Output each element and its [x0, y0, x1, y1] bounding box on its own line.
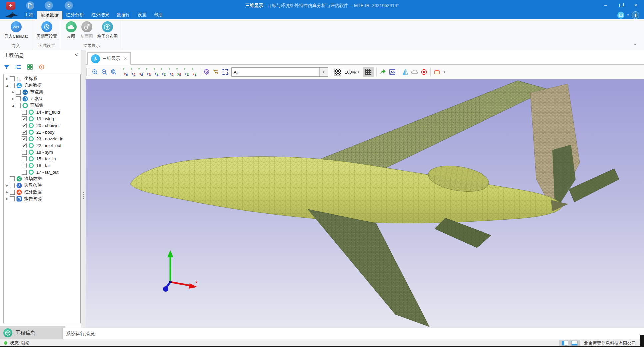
app-plane-badge[interactable]: ✈	[6, 2, 15, 10]
tree-checkbox[interactable]	[16, 90, 21, 95]
view-left-icon[interactable]: yxz	[137, 67, 145, 77]
tree-expander-icon[interactable]: ▶	[11, 97, 15, 100]
mirror-icon[interactable]	[401, 67, 410, 77]
filter-triangle-icon[interactable]	[3, 64, 10, 70]
menu-item-3[interactable]: 红外分析	[62, 11, 88, 19]
tree-expander-icon[interactable]: ◢	[5, 84, 9, 87]
tree-item-16-far[interactable]: 16 - far	[4, 162, 80, 169]
tree-checkbox[interactable]	[22, 163, 27, 168]
menu-item-5[interactable]: 数据库	[113, 11, 134, 19]
close-button[interactable]: ✕	[630, 0, 641, 11]
tree-checkbox[interactable]	[10, 76, 15, 81]
panel-left-icon[interactable]	[562, 341, 568, 346]
view-back-icon[interactable]: yzx	[130, 67, 137, 77]
tree-checkbox[interactable]	[22, 170, 27, 175]
undo-icon[interactable]: ↺	[45, 1, 53, 10]
tree-item--[interactable]: ◢几何数据	[4, 82, 80, 89]
grid-green-icon[interactable]	[27, 64, 33, 70]
combo-dropdown-icon[interactable]: ▼	[319, 68, 328, 76]
zoom-in-icon[interactable]	[90, 67, 100, 77]
checkerboard-icon[interactable]	[333, 67, 342, 77]
tree-checkbox[interactable]	[22, 123, 27, 128]
tree-item--[interactable]: 流场数据	[4, 175, 80, 182]
tree-expander-icon[interactable]: ▶	[5, 77, 9, 80]
tree-checkbox[interactable]	[10, 83, 15, 88]
tree-checkbox[interactable]	[22, 156, 27, 161]
view-iso-1-icon[interactable]: yzx	[168, 67, 175, 77]
menu-item-2[interactable]: 流场数据	[37, 11, 62, 19]
view-iso-3-icon[interactable]: yzy	[183, 67, 191, 77]
view-right-icon[interactable]: yzx	[145, 67, 153, 77]
tree-expander-icon[interactable]: ◢	[11, 104, 15, 107]
box-select-icon[interactable]	[221, 67, 230, 77]
zoom-percent-control[interactable]: 100% ▼	[342, 70, 362, 75]
tree-checkbox[interactable]	[22, 116, 27, 121]
minimize-button[interactable]: ─	[600, 0, 611, 11]
dropdown-caret-icon[interactable]: ▼	[627, 14, 629, 17]
tree-checkbox[interactable]	[22, 143, 27, 148]
view-bottom-icon[interactable]: yzy	[160, 67, 168, 77]
tree-checkbox[interactable]	[22, 110, 27, 115]
cloud-outline-icon[interactable]	[410, 67, 419, 77]
chevron-up-icon[interactable]: ⌃	[634, 43, 637, 48]
tree-checkbox[interactable]	[10, 190, 15, 195]
tree-item--[interactable]: ▶红外数据	[4, 189, 80, 195]
menu-item-7[interactable]: 帮助	[150, 11, 166, 19]
ribbon-button-clock[interactable]: 周期面设置	[36, 21, 57, 39]
view-iso-2-icon[interactable]: yyx	[175, 67, 183, 77]
view-top-icon[interactable]: yzy	[153, 67, 160, 77]
tree-expander-icon[interactable]: ▶	[11, 91, 15, 94]
tree-item--[interactable]: ◢面域集	[4, 102, 80, 109]
tree-item--[interactable]: ▶报告资源	[4, 195, 80, 202]
view-iso-4-icon[interactable]: yxy	[191, 67, 198, 77]
tree-checkbox[interactable]	[10, 196, 15, 201]
tree-expander-icon[interactable]: ▶	[5, 184, 9, 187]
tree-checkbox[interactable]	[22, 150, 27, 155]
caret-down-icon[interactable]: ▼	[442, 67, 447, 77]
tree-checkbox[interactable]	[22, 136, 27, 141]
forbid-icon[interactable]	[419, 67, 429, 77]
toolbar-grip-icon[interactable]	[86, 68, 89, 76]
menu-item-1[interactable]: 工程	[21, 11, 37, 19]
ribbon-button-particles[interactable]: 粒子分布图	[97, 21, 118, 39]
tree-item-21-body[interactable]: 21 - body	[4, 129, 80, 135]
new-document-icon[interactable]	[26, 1, 34, 10]
tree-item--[interactable]: ▶节点集	[4, 89, 80, 95]
tree-item-17-far_out[interactable]: 17 - far_out	[4, 169, 80, 175]
grid-toggle-button[interactable]	[363, 67, 374, 77]
maximize-restore-button[interactable]	[615, 0, 627, 11]
account-circle-icon[interactable]	[632, 11, 639, 19]
menu-item-6[interactable]: 设置	[134, 11, 150, 19]
tree-item-20-chuiwei[interactable]: 20 - chuiwei	[4, 122, 80, 129]
tab-3d-display[interactable]: 三维显示 ✕	[87, 52, 131, 65]
tree-item--[interactable]: ▶yzx坐标系	[4, 75, 80, 82]
menu-item-4[interactable]: 红外结果	[88, 11, 113, 19]
splitter-grip-icon[interactable]	[83, 192, 84, 199]
outline-list-icon[interactable]	[15, 64, 22, 70]
tree-expander-icon[interactable]: ▶	[5, 191, 9, 194]
sidebar-collapse-icon[interactable]: <	[75, 52, 78, 57]
tree-expander-icon[interactable]: ▶	[5, 197, 9, 200]
tree-item-23-nozzle_in[interactable]: 23 - nozzle_in	[4, 135, 80, 142]
tree-item-14-int_fluid[interactable]: 14 - int_fluid	[4, 109, 80, 115]
locate-pin-icon[interactable]	[202, 67, 211, 77]
panel-bottom-icon[interactable]	[571, 341, 578, 346]
display-filter-combo[interactable]: All ▼	[231, 67, 328, 77]
project-info-bottom-bar[interactable]: 工程信息	[0, 326, 65, 339]
tree-checkbox[interactable]	[10, 176, 15, 181]
tree-item--[interactable]: ▶元素集	[4, 95, 80, 102]
view-front-icon[interactable]: yxz	[122, 67, 130, 77]
redo-icon[interactable]: ↻	[65, 1, 73, 10]
particles-icon[interactable]	[211, 67, 221, 77]
share-arrow-icon[interactable]	[378, 67, 388, 77]
tree-item-19-wing[interactable]: 19 - wing	[4, 115, 80, 122]
tree-item-22-inlet_out[interactable]: 22 - inlet_out	[4, 142, 80, 149]
tree-item--[interactable]: ▶边界条件	[4, 182, 80, 189]
snapshot-icon[interactable]	[388, 67, 397, 77]
tree-item-15-far_in[interactable]: 15 - far_in	[4, 155, 80, 162]
tree-checkbox[interactable]	[16, 103, 21, 108]
target-orange-icon[interactable]	[38, 64, 45, 70]
close-icon[interactable]: ✕	[124, 56, 127, 61]
window-circle-icon[interactable]	[617, 12, 624, 19]
zoom-fit-icon[interactable]	[109, 67, 118, 77]
